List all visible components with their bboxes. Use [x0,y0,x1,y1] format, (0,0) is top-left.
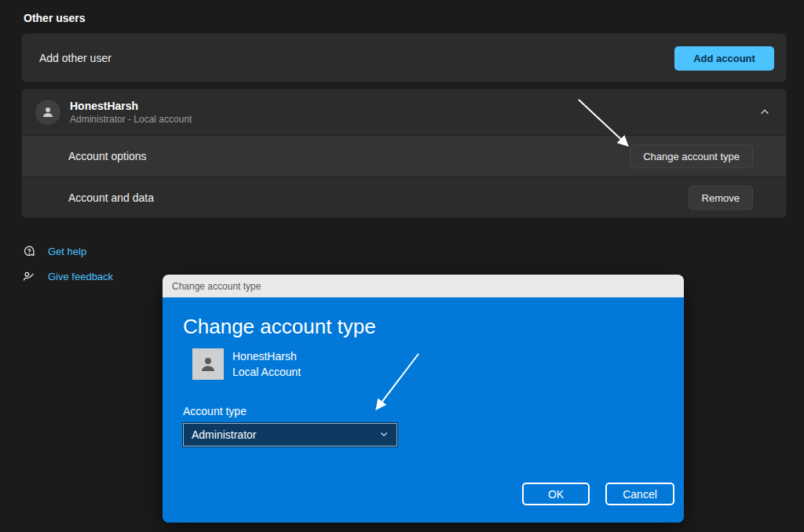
give-feedback-link[interactable]: Give feedback [22,270,113,283]
dialog-heading: Change account type [183,315,376,339]
account-and-data-label: Account and data [68,191,154,204]
give-feedback-icon [22,270,35,283]
dialog-user-name: HonestHarsh [232,350,301,363]
settings-page: Other users Add other user Add account H… [0,0,804,532]
section-heading: Other users [24,12,86,24]
user-identity: HonestHarsh Administrator - Local accoun… [70,100,192,125]
chevron-down-icon [379,428,389,442]
get-help-label[interactable]: Get help [48,246,86,257]
account-options-row: Account options Change account type [22,136,786,177]
change-account-type-dialog: Change account type Change account type … [163,275,684,523]
person-icon [199,355,217,373]
user-header-row[interactable]: HonestHarsh Administrator - Local accoun… [22,89,786,136]
dialog-title: Change account type [172,281,261,292]
remove-button[interactable]: Remove [689,186,753,210]
get-help-link[interactable]: Get help [22,245,86,258]
add-account-button[interactable]: Add account [674,46,774,71]
person-icon [41,105,55,119]
add-other-user-card: Add other user Add account [21,33,787,82]
get-help-icon [22,245,35,258]
dialog-avatar [192,348,224,380]
chevron-up-icon[interactable] [759,107,770,121]
account-and-data-row: Account and data Remove [22,177,786,218]
dialog-titlebar[interactable]: Change account type [163,275,684,297]
account-type-dropdown-value: Administrator [192,428,379,441]
ok-button[interactable]: OK [522,483,590,505]
avatar [35,100,60,125]
cancel-button[interactable]: Cancel [605,483,674,505]
add-other-user-label: Add other user [39,52,111,64]
account-type-field-label: Account type [183,405,247,417]
dialog-user-identity: HonestHarsh Local Account [232,350,301,378]
account-type-dropdown[interactable]: Administrator [183,423,397,446]
dialog-body: Change account type HonestHarsh Local Ac… [163,297,684,523]
user-name: HonestHarsh [70,100,192,112]
dialog-user-type: Local Account [232,366,301,378]
user-account-card: HonestHarsh Administrator - Local accoun… [21,89,787,218]
change-account-type-button[interactable]: Change account type [630,144,753,169]
user-subtitle: Administrator - Local account [70,114,192,125]
account-options-label: Account options [68,150,147,162]
give-feedback-label[interactable]: Give feedback [48,271,113,282]
